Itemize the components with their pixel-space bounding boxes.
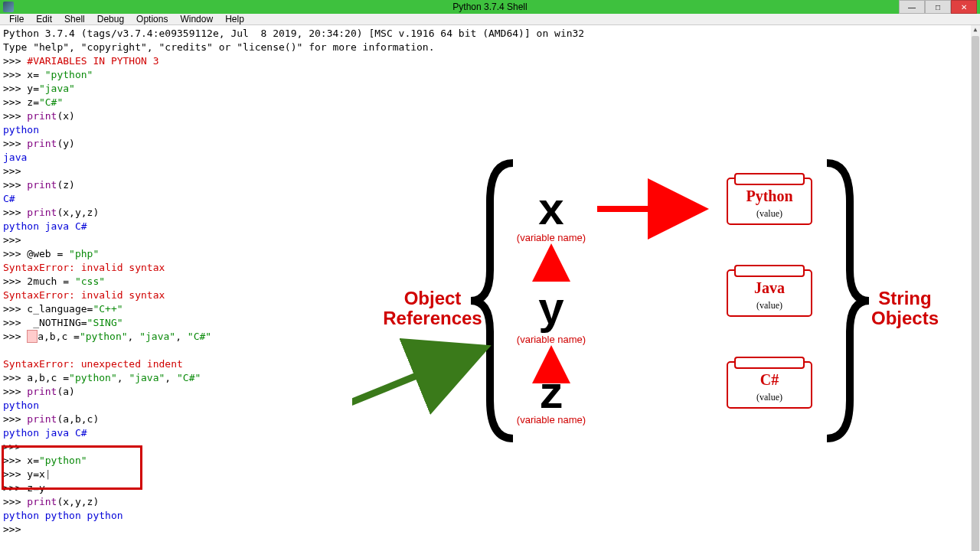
scroll-thumb[interactable] bbox=[972, 36, 979, 551]
val-java: Java (value) bbox=[727, 266, 812, 316]
output: java bbox=[3, 152, 27, 163]
code: @web = bbox=[27, 248, 69, 259]
string-objects-label: StringObjects bbox=[871, 288, 939, 328]
svg-text:Java: Java bbox=[754, 279, 785, 296]
prompt bbox=[3, 276, 27, 287]
svg-text:(value): (value) bbox=[756, 208, 782, 219]
svg-rect-15 bbox=[735, 357, 804, 368]
menu-options[interactable]: Options bbox=[130, 14, 174, 24]
output: C# bbox=[3, 193, 15, 204]
var-y: y (variable name) bbox=[517, 282, 586, 345]
output: python java C# bbox=[3, 427, 87, 439]
string-literal: "php" bbox=[69, 248, 99, 259]
builtin: print bbox=[27, 496, 57, 507]
svg-text:(variable name): (variable name) bbox=[517, 232, 586, 243]
string-literal: "C#" bbox=[188, 331, 211, 342]
titlebar: Python 3.7.4 Shell — □ ✕ bbox=[0, 0, 980, 14]
output: python bbox=[3, 399, 39, 411]
error: SyntaxError: invalid syntax bbox=[3, 289, 165, 301]
shell-output[interactable]: Python 3.7.4 (tags/v3.7.4:e09359112e, Ju… bbox=[0, 25, 971, 551]
svg-rect-14 bbox=[727, 362, 812, 408]
code: , bbox=[165, 372, 177, 383]
code: _NOTHING= bbox=[27, 317, 87, 328]
object-references-label: ObjectReferences bbox=[383, 288, 482, 328]
output: python bbox=[3, 124, 39, 135]
svg-rect-6 bbox=[727, 178, 812, 224]
window-buttons: — □ ✕ bbox=[899, 0, 977, 14]
window-title: Python 3.7.4 Shell bbox=[452, 2, 527, 12]
string-literal: "java" bbox=[139, 331, 175, 342]
menu-edit[interactable]: Edit bbox=[30, 14, 58, 24]
code: (x,y,z) bbox=[57, 496, 99, 507]
prompt bbox=[3, 496, 27, 507]
code: z=y bbox=[27, 482, 44, 494]
prompt bbox=[3, 455, 27, 466]
minimize-button[interactable]: — bbox=[899, 0, 925, 14]
menubar: File Edit Shell Debug Options Window Hel… bbox=[0, 14, 980, 25]
code: , bbox=[128, 331, 140, 342]
code: y=x bbox=[27, 468, 44, 480]
comment-variables: #VARIABLES IN PYTHON 3 bbox=[27, 55, 158, 67]
prompt bbox=[3, 482, 27, 494]
menu-shell[interactable]: Shell bbox=[58, 14, 91, 24]
prompt bbox=[3, 83, 27, 94]
svg-text:x: x bbox=[538, 183, 564, 234]
code: (x,y,z) bbox=[57, 207, 99, 218]
svg-text:(value): (value) bbox=[756, 300, 782, 311]
code: , bbox=[175, 331, 188, 342]
error: SyntaxError: invalid syntax bbox=[3, 262, 165, 273]
svg-rect-10 bbox=[727, 270, 812, 316]
code: (y) bbox=[57, 138, 74, 149]
menu-file[interactable]: File bbox=[3, 14, 30, 24]
string-literal: "C#" bbox=[39, 96, 63, 108]
string-literal: "python" bbox=[80, 331, 128, 342]
vertical-scrollbar[interactable]: ▲ ▼ bbox=[971, 25, 980, 551]
menu-debug[interactable]: Debug bbox=[91, 14, 130, 24]
builtin: print bbox=[27, 207, 57, 218]
string-literal: "SING" bbox=[87, 317, 123, 328]
svg-text:C#: C# bbox=[760, 371, 779, 388]
prompt bbox=[3, 55, 27, 67]
string-literal: "python" bbox=[39, 455, 87, 466]
arrow-code-to-diagram bbox=[352, 350, 479, 446]
builtin: print bbox=[27, 179, 57, 191]
prompt bbox=[3, 386, 27, 397]
prompt bbox=[3, 165, 27, 177]
svg-text:(value): (value) bbox=[756, 392, 782, 403]
prompt bbox=[3, 468, 27, 480]
val-python: Python (value) bbox=[727, 174, 812, 224]
code: c_language= bbox=[27, 303, 93, 315]
builtin: print bbox=[27, 413, 57, 425]
code: z= bbox=[27, 96, 39, 108]
text-cursor: | bbox=[45, 468, 51, 480]
prompt bbox=[3, 138, 27, 149]
code: (x) bbox=[57, 110, 74, 122]
prompt bbox=[3, 96, 27, 108]
banner-line1: Python 3.7.4 (tags/v3.7.4:e09359112e, Ju… bbox=[3, 28, 584, 39]
menu-help[interactable]: Help bbox=[219, 14, 250, 24]
object-reference-diagram: ObjectReferences StringObjects x (variab… bbox=[352, 155, 949, 446]
indent-error-marker bbox=[27, 330, 38, 343]
var-x: x (variable name) bbox=[517, 183, 586, 243]
close-button[interactable]: ✕ bbox=[951, 0, 977, 14]
prompt bbox=[3, 207, 27, 218]
svg-rect-7 bbox=[735, 174, 804, 184]
scroll-up-icon[interactable]: ▲ bbox=[972, 26, 979, 34]
code: (a) bbox=[57, 386, 74, 397]
string-literal: "java" bbox=[129, 372, 165, 383]
code: a,b,c = bbox=[38, 331, 80, 342]
svg-text:y: y bbox=[538, 282, 564, 334]
content-area: Python 3.7.4 (tags/v3.7.4:e09359112e, Ju… bbox=[0, 25, 980, 551]
prompt bbox=[3, 441, 27, 452]
window-root: Python 3.7.4 Shell — □ ✕ File Edit Shell… bbox=[0, 0, 980, 551]
prompt bbox=[3, 69, 27, 80]
prompt bbox=[3, 110, 27, 122]
svg-rect-11 bbox=[735, 266, 804, 276]
maximize-button[interactable]: □ bbox=[925, 0, 951, 14]
code: x= bbox=[27, 455, 39, 466]
code: a,b,c = bbox=[27, 372, 69, 383]
prompt bbox=[3, 303, 27, 315]
prompt bbox=[3, 523, 27, 535]
menu-window[interactable]: Window bbox=[174, 14, 219, 24]
builtin: print bbox=[27, 386, 57, 397]
